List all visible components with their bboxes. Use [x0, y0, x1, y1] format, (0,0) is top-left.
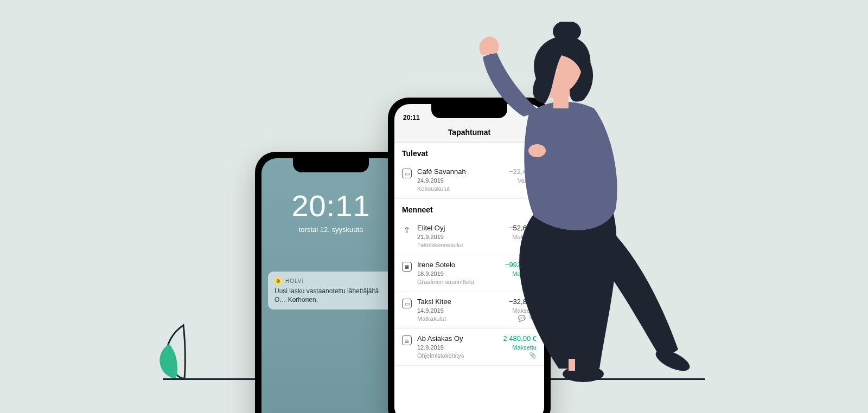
phone-notch: [431, 104, 507, 118]
status-time: 20:11: [403, 114, 420, 121]
phone-lockscreen: 20:11 torstai 12. syyskuuta ◎ HOLVI Uusi…: [255, 152, 407, 413]
lock-clock: 20:11: [261, 188, 400, 223]
receipt-icon: ≣: [402, 335, 412, 345]
svg-point-3: [528, 144, 546, 157]
illustration-stage: 20:11 torstai 12. syyskuuta ◎ HOLVI Uusi…: [0, 0, 868, 413]
holvi-app-icon: ◎: [275, 277, 282, 285]
receipt-icon: ≣: [402, 262, 412, 272]
phone-notch: [293, 158, 369, 172]
card-icon: ▭: [402, 299, 412, 308]
notification-body: Uusi lasku vastaanotettu lähettäjältä O……: [275, 287, 387, 304]
notification-card[interactable]: ◎ HOLVI Uusi lasku vastaanotettu lähettä…: [268, 272, 394, 309]
card-icon: ▭: [402, 169, 412, 178]
lockscreen-plant: [293, 400, 369, 413]
upload-icon: ⇪: [402, 225, 412, 235]
svg-rect-2: [569, 359, 575, 371]
leaf-decoration: [157, 320, 212, 379]
notification-app-name: HOLVI: [285, 278, 304, 284]
lock-date: torstai 12. syyskuuta: [261, 225, 400, 234]
woman-illustration: [472, 22, 711, 390]
